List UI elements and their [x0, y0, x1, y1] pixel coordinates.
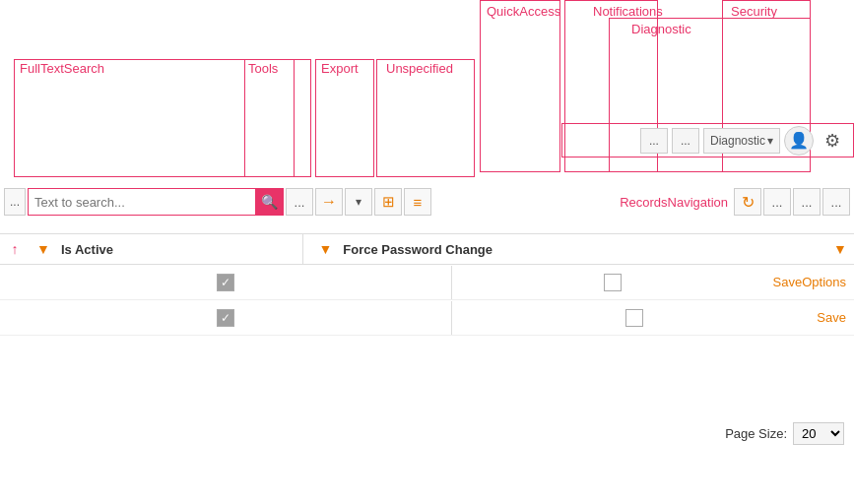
export-chevron-icon: ▾ [356, 195, 361, 209]
search-box: 🔍 [28, 188, 284, 216]
records-nav-label: RecordsNavigation [620, 195, 728, 210]
export-chevron-btn[interactable]: ▾ [345, 188, 372, 216]
chevron-down-icon: ▾ [767, 134, 773, 148]
force-password-column-header: Force Password Change [339, 242, 584, 257]
diagnostic-dropdown[interactable]: Diagnostic ▾ [703, 128, 780, 154]
header-dots-btn-1[interactable]: ... [640, 128, 668, 154]
table-header-row: ↑ ▼ Is Active ▼ Force Password Change ▼ [0, 233, 854, 265]
gear-icon: ⚙ [824, 130, 840, 152]
grid-icon: ⊞ [382, 193, 395, 211]
force-password-checkbox-2[interactable] [625, 309, 643, 327]
data-table: ↑ ▼ Is Active ▼ Force Password Change ▼ … [0, 233, 854, 406]
quickaccess-label: QuickAccess [487, 4, 560, 19]
security-label: Security [731, 4, 777, 19]
is-active-checkbox-2[interactable]: ✓ [217, 309, 234, 327]
toolbar-dots-after-search[interactable]: ... [286, 188, 313, 216]
records-nav-dots-1[interactable]: ... [763, 188, 791, 216]
search-input[interactable] [29, 189, 255, 215]
region-quickaccess [480, 0, 560, 172]
force-password-cell-1 [452, 274, 773, 291]
filter-icon-force[interactable]: ▼ [311, 241, 339, 257]
table-row: ✓ Save [0, 300, 854, 336]
page-size-label: Page Size: [725, 426, 787, 441]
is-active-column-header: Is Active [57, 242, 302, 257]
sort-icon[interactable]: ↑ [0, 241, 30, 257]
records-nav-dots-3[interactable]: ... [822, 188, 850, 216]
page-size-select[interactable]: 20 50 100 [793, 422, 844, 445]
export-arrow-icon: → [321, 193, 337, 211]
force-password-checkbox-1[interactable] [604, 274, 622, 291]
unspecified-label: Unspecified [386, 61, 453, 76]
grid-filter-btn[interactable]: ⊞ [374, 188, 402, 216]
is-active-cell-1: ✓ [0, 274, 451, 291]
fulltextsearch-label: FullTextSearch [20, 61, 104, 76]
save-options-button-1[interactable]: SaveOptions [773, 275, 846, 289]
is-active-cell-2: ✓ [0, 309, 451, 327]
force-password-cell-2 [452, 309, 817, 327]
filter-icon-left[interactable]: ▼ [30, 241, 57, 257]
right-actions-2: Save [817, 310, 854, 325]
filter-lines-icon: ≡ [414, 194, 423, 211]
region-tools [244, 59, 311, 177]
filter-lines-btn[interactable]: ≡ [404, 188, 431, 216]
refresh-btn[interactable]: ↻ [734, 188, 761, 216]
notifications-label: Notifications [593, 4, 663, 19]
header-dots-btn-2[interactable]: ... [672, 128, 699, 154]
right-actions-1: SaveOptions [773, 275, 854, 289]
avatar-button[interactable]: 👤 [784, 126, 814, 156]
export-label: Export [321, 61, 359, 76]
diagnostic-label: Diagnostic [631, 22, 691, 36]
settings-button[interactable]: ⚙ [818, 126, 847, 156]
records-nav-dots-2[interactable]: ... [793, 188, 821, 216]
region-unspecified [376, 59, 475, 177]
refresh-icon: ↻ [742, 193, 755, 212]
diagnostic-dropdown-label: Diagnostic [710, 134, 765, 148]
records-navigation: RecordsNavigation ↻ ... ... ... [620, 184, 854, 220]
search-button[interactable]: 🔍 [255, 189, 283, 215]
header-bar: ... ... Diagnostic ▾ 👤 ⚙ [561, 123, 854, 158]
avatar-icon: 👤 [789, 131, 809, 150]
search-icon: 🔍 [261, 194, 278, 210]
table-row: ✓ SaveOptions [0, 265, 854, 300]
tools-label: Tools [248, 61, 278, 76]
footer-row: Page Size: 20 50 100 [725, 422, 854, 445]
export-arrow-btn[interactable]: → [315, 188, 343, 216]
checkmark-icon-1: ✓ [221, 276, 230, 289]
filter-icon-right[interactable]: ▼ [826, 241, 854, 257]
save-button-2[interactable]: Save [817, 310, 846, 325]
checkmark-icon-2: ✓ [221, 311, 230, 325]
toolbar-dots-left[interactable]: ... [4, 188, 26, 216]
region-export [315, 59, 374, 177]
is-active-checkbox-1[interactable]: ✓ [217, 274, 234, 291]
